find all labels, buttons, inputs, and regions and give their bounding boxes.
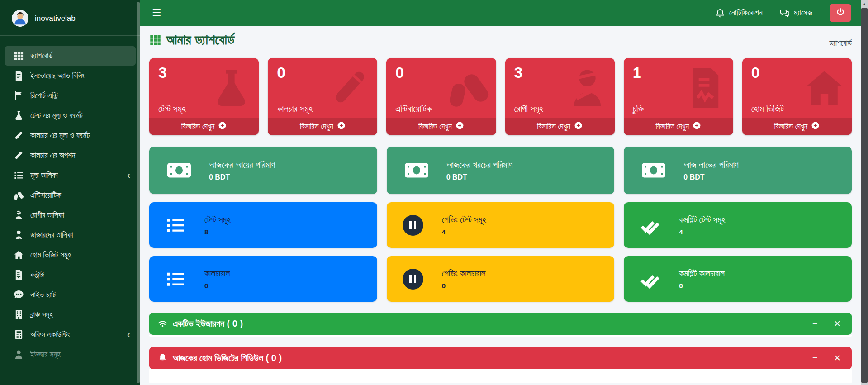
sidebar-item-label: রোগীর তালিকা [30,211,64,220]
stat-value: 0 [442,282,486,290]
sidebar-item-report-entry[interactable]: রিপোর্ট এন্ট্রি [5,86,136,105]
card-label: হোম ভিজিট [751,104,784,114]
sidebar-item-users[interactable]: ইউজার সমূহ [5,345,136,364]
sidebar-item-label: কালচার এর মূল্য ও ফর্মেট [30,131,90,140]
sidebar-item-label: ইউজার সমূহ [30,350,61,359]
details-link[interactable]: বিস্তারিত দেখুন [624,118,733,135]
sidebar-item-label: মূল্য তালিকা [30,171,58,180]
card-value: 0 [742,58,852,81]
stat-value: 4 [442,228,486,236]
comment-dots-icon [14,290,24,300]
sidebar-item-label: ডাক্তারদের তালিকা [30,231,73,240]
pending-tests-stat-card: পেন্ডিং টেস্ট সমূহ 4 [387,202,615,248]
details-link[interactable]: বিস্তারিত দেখুন [742,118,852,135]
sidebar-item-dashboard[interactable]: ড্যাশবোর্ড [5,46,136,66]
sidebar-item-label: অফিস একাউন্টিং [30,330,70,339]
sidebar-item-patient-list[interactable]: রোগীর তালিকা [5,205,136,225]
money-card-value: 0 BDT [209,173,275,181]
scroll-up-arrow[interactable]: ▲ [861,0,868,8]
home-visit-schedule-panel: আজকের হোম ভিজিটের শিডিউল ( 0 ) − ✕ [149,347,852,383]
stat-label: টেস্ট সমূহ [204,215,231,225]
sidebar-item-label: রিপোর্ট এন্ট্রি [30,91,58,100]
page-scrollbar[interactable]: ▲ [861,0,868,385]
summary-card-antibiotics: 0 এন্টিবায়োটিক বিস্তারিত দেখুন [386,58,496,135]
sidebar-item-office-accounting[interactable]: অফিস একাউন্টিং ‹ [5,325,136,344]
money-bill-icon [166,160,192,181]
notifications-link[interactable]: নোটিফিকেশন [715,8,763,18]
sidebar-item-label: ব্রাঞ্চ সমূহ [30,310,53,319]
culture-stats-row: কালচারাল 0 পেন্ডিং কালচারাল 0 কমপ্লিট কা… [149,256,852,302]
completed-cultural-stat-card: কমপ্লিট কালচারাল 0 [624,256,852,302]
test-stats-row: টেস্ট সমূহ 8 পেন্ডিং টেস্ট সমূহ 4 কমপ্লি… [149,202,852,248]
sidebar-item-label: এন্টিবায়োটিক [30,191,61,200]
money-card-title: আজকের আয়ের পরিমাণ [209,160,275,170]
scrollbar-thumb[interactable] [861,8,868,383]
minimize-button[interactable]: − [812,318,817,329]
tests-stat-card: টেস্ট সমূহ 8 [149,202,377,248]
active-users-panel: একটিভ ইউজারগন ( 0 ) − ✕ [149,313,852,337]
check-double-icon [639,214,661,236]
logout-button[interactable] [830,4,851,22]
money-card-value: 0 BDT [446,173,513,181]
money-cards-row: আজকের আয়ের পরিমাণ 0 BDT আজকের খরচের পরি… [149,147,852,194]
flag-icon [14,90,24,101]
sidebar-item-label: টেস্ট এর মূল্য ও ফর্মেট [30,111,83,120]
stat-label: পেন্ডিং কালচারাল [442,269,486,279]
panel-title: একটিভ ইউজারগন ( 0 ) [173,318,243,329]
arrow-circle-right-icon [693,121,701,132]
sidebar-item-label: হোম ভিজিট সমূহ [30,251,71,260]
menu-toggle-icon[interactable]: ☰ [152,8,161,18]
brand[interactable]: inovativelab [0,0,140,36]
list-icon [165,268,186,290]
building-icon [14,309,24,320]
patient-icon [14,210,24,220]
messages-link[interactable]: ম্যাসেজ [780,8,812,18]
card-value: 1 [624,58,733,81]
sidebar-item-price-list[interactable]: মূল্য তালিকা ‹ [5,166,136,185]
sidebar-item-label: লাইভ চ্যাট [30,290,56,299]
chevron-left-icon: ‹ [127,332,130,338]
stat-value: 4 [679,228,725,236]
comments-icon [780,8,790,18]
panel-title: আজকের হোম ভিজিটের শিডিউল ( 0 ) [173,353,282,363]
topbar: ☰ নোটিফিকেশন ম্যাসেজ [140,0,868,26]
sidebar-item-culture-options[interactable]: কালচার এর অপশন [5,146,136,165]
card-label: এন্টিবায়োটিক [395,104,432,114]
grid-icon [149,34,161,46]
details-link[interactable]: বিস্তারিত দেখুন [268,118,377,135]
notifications-label: নোটিফিকেশন [729,8,763,18]
sidebar-scrollbar[interactable] [137,2,140,383]
capsules-icon [14,190,24,200]
summary-card-contracts: 1 চুক্তি বিস্তারিত দেখুন [624,58,733,135]
sidebar-menu: ড্যাশবোর্ড ইনভোয়েছ অ্যান্ড বিলিং রিপোর্… [0,36,140,365]
sidebar-item-home-visits[interactable]: হোম ভিজিট সমূহ [5,245,136,265]
sidebar-item-test-price-format[interactable]: টেস্ট এর মূল্য ও ফর্মেট [5,106,136,125]
details-link[interactable]: বিস্তারিত দেখুন [386,118,496,135]
card-value: 3 [149,58,259,81]
stat-value: 0 [204,282,230,290]
arrow-circle-right-icon [574,121,583,132]
money-card-value: 0 BDT [683,173,739,181]
sidebar-item-antibiotics[interactable]: এন্টিবায়োটিক [5,185,136,205]
card-label: টেস্ট সমূহ [158,104,186,114]
sidebar-item-doctor-list[interactable]: ডাক্তারদের তালিকা [5,225,136,245]
details-link[interactable]: বিস্তারিত দেখুন [149,118,259,135]
money-card-title: আজ লাভের পরিমাণ [683,160,739,170]
stat-label: পেন্ডিং টেস্ট সমূহ [442,215,486,225]
sidebar-item-label: কালচার এর অপশন [30,151,75,160]
arrow-circle-right-icon [811,121,820,132]
sidebar-item-contract[interactable]: কন্ট্রাক্ট [5,265,136,285]
panel-body-collapsed [149,335,852,337]
arrow-circle-right-icon [218,121,227,132]
close-button[interactable]: ✕ [834,353,841,363]
sidebar-item-culture-price-format[interactable]: কালচার এর মূল্য ও ফর্মেট [5,126,136,145]
sidebar-item-live-chat[interactable]: লাইভ চ্যাট [5,285,136,304]
sidebar-item-branches[interactable]: ব্রাঞ্চ সমূহ [5,305,136,324]
file-contract-icon [14,270,24,280]
sidebar-item-invoice-billing[interactable]: ইনভোয়েছ অ্যান্ড বিলিং [5,66,136,86]
details-link[interactable]: বিস্তারিত দেখুন [505,118,615,135]
close-button[interactable]: ✕ [834,318,841,329]
stat-label: কালচারাল [204,269,230,279]
grid-icon [14,51,24,61]
minimize-button[interactable]: − [812,353,817,363]
